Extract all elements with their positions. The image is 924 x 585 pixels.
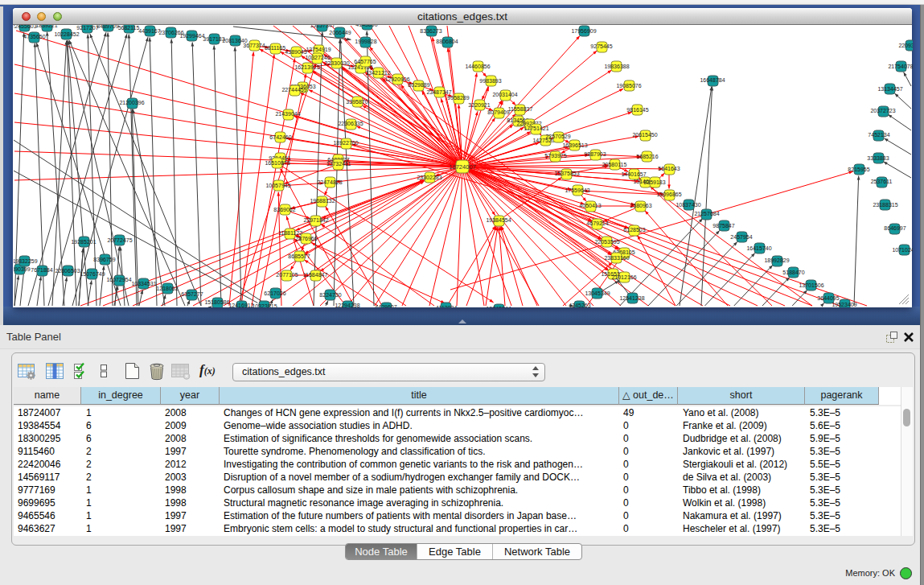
svg-text:22474828: 22474828	[317, 179, 342, 185]
svg-text:14401657: 14401657	[621, 171, 646, 177]
svg-text:22330030: 22330030	[324, 60, 349, 66]
svg-text:4439167: 4439167	[138, 28, 160, 34]
svg-text:8489709: 8489709	[97, 25, 118, 29]
svg-text:12294238: 12294238	[335, 303, 359, 307]
svg-text:5682115: 5682115	[118, 25, 140, 31]
svg-text:17559643: 17559643	[565, 187, 589, 193]
svg-text:20772475: 20772475	[107, 237, 132, 243]
svg-text:5641643: 5641643	[658, 166, 680, 171]
svg-text:8029889: 8029889	[408, 82, 429, 88]
svg-text:8079409: 8079409	[487, 109, 509, 115]
svg-text:8396759: 8396759	[93, 257, 115, 262]
svg-text:6357277: 6357277	[181, 291, 203, 297]
svg-text:4050413: 4050413	[579, 203, 601, 208]
svg-text:13134457: 13134457	[877, 86, 902, 92]
svg-text:8646997: 8646997	[884, 225, 906, 231]
svg-text:12416912: 12416912	[228, 303, 253, 307]
svg-text:22306335: 22306335	[338, 121, 363, 126]
svg-text:8215955: 8215955	[848, 167, 869, 172]
svg-text:2066449: 2066449	[329, 30, 351, 35]
svg-text:10334531: 10334531	[131, 281, 156, 286]
svg-text:9958289: 9958289	[447, 95, 469, 101]
svg-text:10710248: 10710248	[892, 247, 913, 253]
svg-text:8806804: 8806804	[436, 39, 458, 44]
svg-text:18992829: 18992829	[764, 257, 789, 263]
svg-text:21200396: 21200396	[119, 100, 144, 105]
svg-text:16396513: 16396513	[562, 142, 587, 148]
svg-text:9983893: 9983893	[479, 78, 501, 84]
svg-text:18096865: 18096865	[656, 192, 681, 197]
svg-text:21257684: 21257684	[694, 211, 719, 216]
svg-text:13748244: 13748244	[486, 306, 511, 307]
svg-text:9816145: 9816145	[626, 107, 648, 113]
svg-text:16510878: 16510878	[265, 160, 290, 166]
svg-text:15375853: 15375853	[554, 171, 579, 176]
svg-text:13732411: 13732411	[326, 161, 351, 167]
svg-text:8369062: 8369062	[273, 207, 295, 212]
svg-text:20615450: 20615450	[632, 132, 657, 138]
svg-text:22455603: 22455603	[14, 25, 37, 29]
svg-text:10323815: 10323815	[252, 303, 277, 307]
svg-text:19836388: 19836388	[604, 64, 629, 69]
svg-text:21439044: 21439044	[275, 111, 300, 117]
svg-text:2537611: 2537611	[871, 179, 893, 184]
svg-text:8224730: 8224730	[319, 292, 341, 298]
svg-text:1839221: 1839221	[35, 25, 57, 28]
svg-text:1218062: 1218062	[156, 286, 178, 291]
svg-text:9875847: 9875847	[713, 223, 734, 229]
svg-text:23302283: 23302283	[417, 175, 441, 180]
svg-text:13701506: 13701506	[799, 282, 823, 288]
svg-text:9217207: 9217207	[76, 25, 98, 31]
svg-text:19285201: 19285201	[71, 239, 96, 245]
svg-text:9887903: 9887903	[584, 151, 606, 157]
svg-text:19523409: 19523409	[832, 302, 856, 307]
svg-text:12541238: 12541238	[619, 295, 644, 301]
svg-text:22053595: 22053595	[594, 239, 619, 245]
svg-text:10327246: 10327246	[305, 55, 330, 60]
svg-text:15076749: 15076749	[80, 271, 105, 277]
svg-text:3333883: 3333883	[867, 155, 889, 161]
svg-text:7671884: 7671884	[31, 267, 52, 273]
svg-text:4245263: 4245263	[569, 303, 590, 307]
svg-text:19688132: 19688132	[310, 198, 335, 204]
svg-text:23833160: 23833160	[604, 255, 629, 261]
svg-text:16648784: 16648784	[700, 77, 725, 83]
svg-text:6217026: 6217026	[264, 290, 285, 296]
svg-text:16415740: 16415740	[746, 245, 771, 251]
svg-text:8359183: 8359183	[643, 179, 665, 185]
svg-text:5685216: 5685216	[636, 154, 658, 159]
svg-text:10837430: 10837430	[676, 202, 700, 208]
svg-text:11881122: 11881122	[278, 230, 302, 236]
svg-text:2580963: 2580963	[630, 203, 651, 208]
svg-text:23971842: 23971842	[303, 217, 328, 223]
svg-text:16072954: 16072954	[106, 277, 131, 282]
svg-text:19085076: 19085076	[616, 83, 641, 89]
svg-text:3395870: 3395870	[346, 99, 368, 105]
svg-text:5793975: 5793975	[544, 153, 566, 159]
svg-text:20031404: 20031404	[492, 92, 517, 97]
svg-text:18724007: 18724007	[449, 163, 475, 171]
svg-text:6742460: 6742460	[269, 134, 291, 140]
svg-text:13045349: 13045349	[585, 290, 610, 296]
svg-text:23188315: 23188315	[873, 202, 897, 208]
svg-text:16213925: 16213925	[294, 64, 319, 70]
svg-text:19299464: 19299464	[179, 33, 204, 39]
svg-text:14460856: 14460856	[465, 64, 490, 69]
svg-text:4429607: 4429607	[375, 304, 396, 307]
svg-text:20372723: 20372723	[870, 108, 895, 113]
svg-text:8811165: 8811165	[265, 45, 285, 51]
svg-text:22570529: 22570529	[545, 134, 570, 139]
svg-text:23487347: 23487347	[426, 89, 451, 95]
svg-text:15157347: 15157347	[310, 25, 335, 28]
svg-text:19384554: 19384554	[486, 217, 511, 223]
svg-text:12920906: 12920906	[384, 76, 409, 82]
svg-text:4112034: 4112034	[436, 305, 458, 307]
svg-text:1999828: 1999828	[355, 39, 376, 44]
svg-text:19832259: 19832259	[14, 258, 38, 264]
svg-text:21012166: 21012166	[611, 274, 636, 280]
svg-text:4389045: 4389045	[285, 49, 306, 55]
svg-text:6457765: 6457765	[354, 59, 376, 64]
svg-text:4735650: 4735650	[23, 34, 45, 39]
svg-text:22806503: 22806503	[55, 268, 80, 274]
svg-text:17751421: 17751421	[524, 126, 548, 131]
